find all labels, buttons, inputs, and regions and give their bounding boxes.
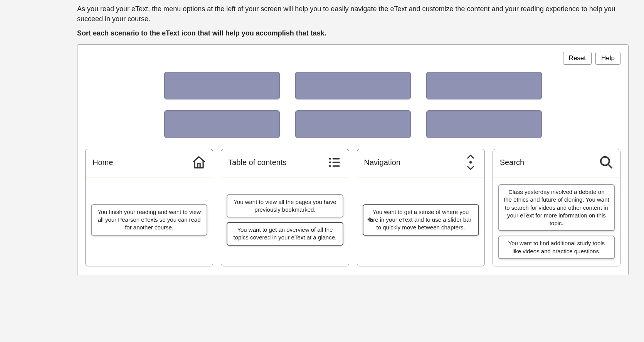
home-icon — [191, 155, 207, 170]
scenario-card[interactable]: You want to find additional study tools … — [498, 236, 615, 259]
empty-source-slot[interactable] — [164, 110, 280, 138]
source-row-1 — [164, 72, 542, 99]
svg-rect-1 — [332, 158, 340, 159]
category-header-nav: Navigation — [357, 149, 484, 177]
categories-row: Home You finish your reading and want to… — [85, 149, 620, 266]
move-icon: ✥ — [367, 216, 372, 224]
prompt-text: Sort each scenario to the eText icon tha… — [77, 29, 629, 37]
empty-source-slot[interactable] — [426, 72, 542, 99]
svg-line-8 — [608, 164, 612, 168]
scenario-card[interactable]: ✥ You want to get a sense of where you a… — [363, 204, 479, 236]
scenario-card[interactable]: You want to view all the pages you have … — [227, 194, 343, 218]
svg-point-2 — [329, 162, 331, 163]
source-row-2 — [164, 110, 542, 138]
category-header-toc: Table of contents — [221, 149, 348, 177]
svg-point-0 — [329, 158, 331, 160]
activity-toolbar: Reset Help — [85, 52, 620, 65]
category-title: Search — [500, 158, 524, 167]
sort-activity: Reset Help Home — [77, 44, 629, 275]
scenario-card[interactable]: You want to get an overview of all the t… — [227, 222, 343, 246]
svg-rect-5 — [332, 165, 340, 167]
list-icon — [327, 155, 343, 170]
category-body-toc[interactable]: You want to view all the pages you have … — [221, 177, 348, 262]
scenario-card[interactable]: Class yesterday involved a debate on the… — [498, 184, 615, 231]
category-body-search[interactable]: Class yesterday involved a debate on the… — [493, 177, 620, 266]
category-header-home: Home — [86, 149, 213, 177]
category-body-nav[interactable]: ✥ You want to get a sense of where you a… — [357, 177, 484, 262]
category-header-search: Search — [493, 149, 620, 177]
reset-button[interactable]: Reset — [563, 52, 592, 65]
category-title: Table of contents — [228, 158, 286, 167]
empty-source-slot[interactable] — [295, 72, 411, 99]
navigation-icon — [463, 155, 478, 170]
category-title: Home — [92, 158, 113, 167]
empty-source-slot[interactable] — [426, 110, 542, 138]
source-area — [85, 72, 620, 138]
svg-rect-3 — [332, 162, 340, 163]
empty-source-slot[interactable] — [295, 110, 411, 138]
svg-point-6 — [469, 161, 472, 163]
scenario-text: You want to get a sense of where you are… — [370, 209, 471, 231]
category-body-home[interactable]: You finish your reading and want to view… — [86, 177, 213, 262]
intro-text: As you read your eText, the menu options… — [77, 4, 629, 24]
scenario-card[interactable]: You finish your reading and want to view… — [91, 204, 207, 236]
category-title: Navigation — [364, 158, 401, 167]
category-search[interactable]: Search Class yesterday involved a debate… — [493, 149, 620, 266]
category-home[interactable]: Home You finish your reading and want to… — [85, 149, 213, 266]
category-navigation[interactable]: Navigation ✥ You want to get a sense of … — [357, 149, 485, 266]
search-icon — [599, 155, 614, 170]
empty-source-slot[interactable] — [164, 72, 280, 99]
category-toc[interactable]: Table of contents You want to view all t… — [221, 149, 349, 266]
svg-point-4 — [329, 165, 331, 167]
help-button[interactable]: Help — [595, 52, 620, 65]
